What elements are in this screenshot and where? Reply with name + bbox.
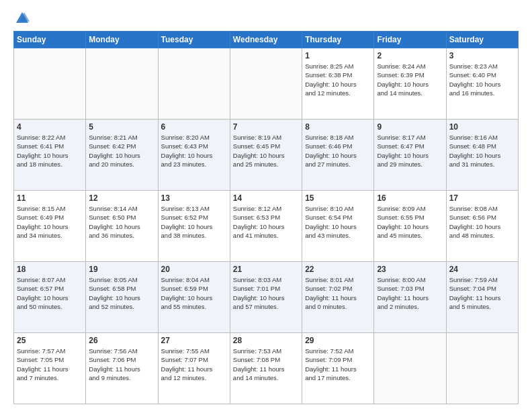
day-number: 29: [305, 336, 371, 345]
logo: [13, 11, 30, 26]
weekday-header-row: SundayMondayTuesdayWednesdayThursdayFrid…: [14, 32, 519, 48]
day-number: 19: [89, 265, 154, 274]
day-number: 18: [17, 265, 83, 274]
calendar-cell: [14, 48, 86, 120]
calendar-cell: 25Sunrise: 7:57 AMSunset: 7:05 PMDayligh…: [14, 333, 86, 404]
day-number: 11: [17, 193, 83, 203]
day-info: Sunrise: 7:56 AMSunset: 7:06 PMDaylight:…: [89, 347, 154, 382]
day-info: Sunrise: 8:05 AMSunset: 6:58 PMDaylight:…: [89, 275, 154, 311]
calendar-cell: 20Sunrise: 8:04 AMSunset: 6:59 PMDayligh…: [158, 262, 230, 333]
calendar-cell: 10Sunrise: 8:16 AMSunset: 6:48 PMDayligh…: [446, 120, 518, 191]
calendar-cell: 22Sunrise: 8:01 AMSunset: 7:02 PMDayligh…: [302, 262, 374, 333]
calendar-cell: 3Sunrise: 8:23 AMSunset: 6:40 PMDaylight…: [446, 48, 518, 120]
calendar-cell: 12Sunrise: 8:14 AMSunset: 6:50 PMDayligh…: [86, 191, 158, 262]
day-number: 8: [305, 122, 371, 132]
day-info: Sunrise: 8:17 AMSunset: 6:47 PMDaylight:…: [377, 133, 443, 169]
day-info: Sunrise: 8:19 AMSunset: 6:45 PMDaylight:…: [233, 133, 299, 169]
calendar-cell: 5Sunrise: 8:21 AMSunset: 6:42 PMDaylight…: [86, 120, 158, 191]
calendar-cell: 15Sunrise: 8:10 AMSunset: 6:54 PMDayligh…: [302, 191, 374, 262]
day-info: Sunrise: 8:23 AMSunset: 6:40 PMDaylight:…: [449, 62, 515, 97]
day-info: Sunrise: 7:59 AMSunset: 7:04 PMDaylight:…: [449, 275, 515, 311]
day-number: 7: [233, 122, 299, 132]
day-info: Sunrise: 8:01 AMSunset: 7:02 PMDaylight:…: [305, 275, 371, 311]
day-info: Sunrise: 8:08 AMSunset: 6:56 PMDaylight:…: [449, 204, 515, 240]
calendar-week-row: 11Sunrise: 8:15 AMSunset: 6:49 PMDayligh…: [14, 191, 519, 262]
calendar-cell: [446, 333, 518, 404]
calendar-cell: 27Sunrise: 7:55 AMSunset: 7:07 PMDayligh…: [158, 333, 230, 404]
day-number: 9: [377, 122, 443, 132]
day-info: Sunrise: 8:24 AMSunset: 6:39 PMDaylight:…: [377, 62, 443, 97]
day-number: 1: [305, 51, 371, 60]
day-number: 15: [305, 193, 371, 203]
calendar-cell: 9Sunrise: 8:17 AMSunset: 6:47 PMDaylight…: [374, 120, 446, 191]
calendar-week-row: 4Sunrise: 8:22 AMSunset: 6:41 PMDaylight…: [14, 120, 519, 191]
calendar-cell: 18Sunrise: 8:07 AMSunset: 6:57 PMDayligh…: [14, 262, 86, 333]
calendar-cell: 28Sunrise: 7:53 AMSunset: 7:08 PMDayligh…: [230, 333, 302, 404]
calendar-cell: 13Sunrise: 8:13 AMSunset: 6:52 PMDayligh…: [158, 191, 230, 262]
calendar-cell: 23Sunrise: 8:00 AMSunset: 7:03 PMDayligh…: [374, 262, 446, 333]
weekday-header-monday: Monday: [86, 32, 158, 48]
calendar-cell: 19Sunrise: 8:05 AMSunset: 6:58 PMDayligh…: [86, 262, 158, 333]
calendar-week-row: 25Sunrise: 7:57 AMSunset: 7:05 PMDayligh…: [14, 333, 519, 404]
day-info: Sunrise: 7:53 AMSunset: 7:08 PMDaylight:…: [233, 347, 299, 382]
header: [13, 11, 519, 26]
day-info: Sunrise: 8:16 AMSunset: 6:48 PMDaylight:…: [449, 133, 515, 169]
calendar-cell: 2Sunrise: 8:24 AMSunset: 6:39 PMDaylight…: [374, 48, 446, 120]
calendar-cell: [86, 48, 158, 120]
day-number: 10: [449, 122, 515, 132]
day-number: 4: [17, 122, 83, 132]
calendar-cell: 21Sunrise: 8:03 AMSunset: 7:01 PMDayligh…: [230, 262, 302, 333]
day-number: 28: [233, 336, 299, 345]
day-info: Sunrise: 8:21 AMSunset: 6:42 PMDaylight:…: [89, 133, 154, 169]
day-number: 27: [161, 336, 227, 345]
weekday-header-tuesday: Tuesday: [158, 32, 230, 48]
day-number: 5: [89, 122, 154, 132]
calendar-cell: 17Sunrise: 8:08 AMSunset: 6:56 PMDayligh…: [446, 191, 518, 262]
day-number: 16: [377, 193, 443, 203]
calendar-cell: 26Sunrise: 7:56 AMSunset: 7:06 PMDayligh…: [86, 333, 158, 404]
weekday-header-saturday: Saturday: [446, 32, 518, 48]
day-number: 6: [161, 122, 227, 132]
day-info: Sunrise: 8:25 AMSunset: 6:38 PMDaylight:…: [305, 62, 371, 97]
day-info: Sunrise: 8:20 AMSunset: 6:43 PMDaylight:…: [161, 133, 227, 169]
day-number: 3: [449, 51, 515, 60]
calendar-cell: 16Sunrise: 8:09 AMSunset: 6:55 PMDayligh…: [374, 191, 446, 262]
day-number: 17: [449, 193, 515, 203]
calendar-cell: [158, 48, 230, 120]
calendar-cell: 11Sunrise: 8:15 AMSunset: 6:49 PMDayligh…: [14, 191, 86, 262]
weekday-header-sunday: Sunday: [14, 32, 86, 48]
calendar-cell: 6Sunrise: 8:20 AMSunset: 6:43 PMDaylight…: [158, 120, 230, 191]
day-info: Sunrise: 8:10 AMSunset: 6:54 PMDaylight:…: [305, 204, 371, 240]
day-info: Sunrise: 8:22 AMSunset: 6:41 PMDaylight:…: [17, 133, 83, 169]
weekday-header-thursday: Thursday: [302, 32, 374, 48]
day-info: Sunrise: 8:09 AMSunset: 6:55 PMDaylight:…: [377, 204, 443, 240]
day-info: Sunrise: 8:18 AMSunset: 6:46 PMDaylight:…: [305, 133, 371, 169]
calendar-cell: 29Sunrise: 7:52 AMSunset: 7:09 PMDayligh…: [302, 333, 374, 404]
day-info: Sunrise: 8:07 AMSunset: 6:57 PMDaylight:…: [17, 275, 83, 311]
calendar-cell: 14Sunrise: 8:12 AMSunset: 6:53 PMDayligh…: [230, 191, 302, 262]
calendar-page: SundayMondayTuesdayWednesdayThursdayFrid…: [0, 0, 532, 411]
day-number: 13: [161, 193, 227, 203]
day-number: 2: [377, 51, 443, 60]
calendar-cell: [374, 333, 446, 404]
day-info: Sunrise: 8:12 AMSunset: 6:53 PMDaylight:…: [233, 204, 299, 240]
day-info: Sunrise: 8:00 AMSunset: 7:03 PMDaylight:…: [377, 275, 443, 311]
calendar-week-row: 1Sunrise: 8:25 AMSunset: 6:38 PMDaylight…: [14, 48, 519, 120]
calendar-cell: 7Sunrise: 8:19 AMSunset: 6:45 PMDaylight…: [230, 120, 302, 191]
calendar-table: SundayMondayTuesdayWednesdayThursdayFrid…: [13, 31, 519, 404]
day-number: 20: [161, 265, 227, 274]
day-info: Sunrise: 8:04 AMSunset: 6:59 PMDaylight:…: [161, 275, 227, 311]
day-number: 23: [377, 265, 443, 274]
day-info: Sunrise: 8:14 AMSunset: 6:50 PMDaylight:…: [89, 204, 154, 240]
calendar-cell: [230, 48, 302, 120]
calendar-cell: 8Sunrise: 8:18 AMSunset: 6:46 PMDaylight…: [302, 120, 374, 191]
day-number: 24: [449, 265, 515, 274]
day-number: 25: [17, 336, 83, 345]
calendar-cell: 4Sunrise: 8:22 AMSunset: 6:41 PMDaylight…: [14, 120, 86, 191]
day-number: 14: [233, 193, 299, 203]
logo-icon: [15, 11, 30, 26]
day-info: Sunrise: 7:55 AMSunset: 7:07 PMDaylight:…: [161, 347, 227, 382]
day-number: 26: [89, 336, 154, 345]
day-number: 22: [305, 265, 371, 274]
day-info: Sunrise: 8:03 AMSunset: 7:01 PMDaylight:…: [233, 275, 299, 311]
